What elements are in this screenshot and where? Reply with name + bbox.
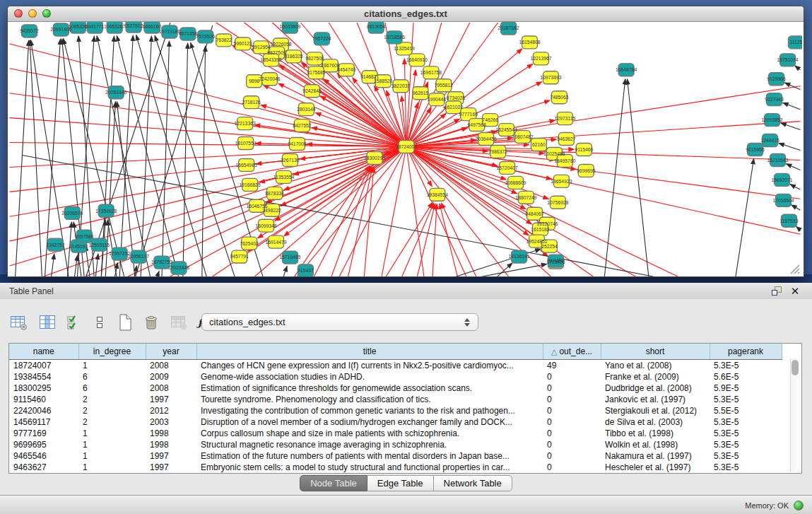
cell-out_degree[interactable]: 0 (543, 439, 601, 450)
cell-short[interactable]: Wolkin et al. (1998) (601, 439, 710, 450)
cell-name[interactable]: 9463627 (9, 462, 78, 473)
table-row[interactable]: 2242004622012Investigating the contribut… (9, 405, 782, 416)
cell-name[interactable]: 9115460 (9, 394, 78, 405)
cell-name[interactable]: 18724007 (9, 360, 78, 372)
cell-short[interactable]: Franke et al. (2009) (601, 371, 710, 382)
cell-year[interactable]: 2008 (146, 382, 196, 394)
close-window-icon[interactable] (14, 9, 23, 18)
table-settings-icon[interactable] (10, 313, 28, 332)
cell-pagerank[interactable]: 5.3E-5 (710, 394, 782, 405)
network-window-titlebar[interactable]: citations_edges.txt (8, 6, 804, 22)
column-header-short[interactable]: short (601, 344, 710, 360)
column-header-name[interactable]: name (9, 344, 78, 360)
cell-pagerank[interactable]: 5.3E-5 (710, 428, 782, 439)
cell-out_degree[interactable]: 0 (543, 428, 601, 439)
cell-name[interactable]: 19384554 (9, 371, 78, 382)
table-row[interactable]: 1872400712008Changes of HCN gene express… (9, 360, 782, 372)
cell-title[interactable]: Genome-wide association studies in ADHD. (196, 371, 543, 382)
cell-in_degree[interactable]: 2 (78, 394, 146, 405)
cell-out_degree[interactable]: 0 (543, 462, 601, 473)
cell-pagerank[interactable]: 5.3E-5 (710, 360, 782, 372)
cell-short[interactable]: Dudbridge et al. (2008) (601, 382, 710, 394)
cell-year[interactable]: 2008 (146, 360, 196, 372)
cell-pagerank[interactable]: 5.3E-5 (710, 450, 782, 462)
cell-name[interactable]: 22420046 (9, 405, 78, 416)
cell-in_degree[interactable]: 6 (78, 371, 146, 382)
cell-pagerank[interactable]: 5.3E-5 (710, 416, 782, 428)
cell-out_degree[interactable]: 0 (543, 450, 601, 462)
cell-in_degree[interactable]: 1 (78, 360, 146, 372)
cell-short[interactable]: Tibbo et al. (1998) (601, 428, 710, 439)
table-row[interactable]: 1456911722003Disruption of a novel membe… (9, 416, 782, 428)
table-row[interactable]: 946362711997Embryonic stem cells: a mode… (9, 462, 782, 473)
cell-year[interactable]: 2003 (146, 416, 196, 428)
cell-in_degree[interactable]: 1 (78, 450, 146, 462)
close-panel-icon[interactable]: ✕ (788, 285, 802, 298)
memory-status-icon[interactable] (794, 501, 804, 510)
table-row[interactable]: 977716911998Corpus callosum shape and si… (9, 428, 782, 439)
cell-short[interactable]: Jankovic et al. (1997) (601, 394, 710, 405)
cell-title[interactable]: Changes of HCN gene expression and I(f) … (196, 360, 543, 372)
cell-short[interactable]: Yano et al. (2008) (601, 360, 710, 372)
table-row[interactable]: 969969511998Structural magnetic resonanc… (9, 439, 782, 450)
resize-grip-icon[interactable] (788, 262, 801, 275)
table-selector-dropdown[interactable]: citations_edges.txt (201, 313, 478, 331)
cell-pagerank[interactable]: 5.6E-5 (710, 371, 782, 382)
cell-year[interactable]: 1997 (146, 450, 196, 462)
cell-out_degree[interactable]: 49 (543, 360, 601, 372)
network-window[interactable]: citations_edges.txt 18724007182260589827… (7, 6, 804, 277)
column-header-year[interactable]: year (146, 344, 196, 360)
tab-node-table[interactable]: Node Table (300, 475, 367, 491)
zoom-window-icon[interactable] (42, 9, 51, 18)
cell-year[interactable]: 1997 (146, 394, 196, 405)
cell-name[interactable]: 18300295 (9, 382, 78, 394)
cell-short[interactable]: Stergiakouli et al. (2012) (601, 405, 710, 416)
cell-in_degree[interactable]: 2 (78, 405, 146, 416)
cell-in_degree[interactable]: 1 (78, 428, 146, 439)
cell-in_degree[interactable]: 1 (78, 439, 146, 450)
cell-in_degree[interactable]: 6 (78, 382, 146, 394)
cell-name[interactable]: 9699695 (9, 439, 78, 450)
cell-year[interactable]: 1998 (146, 428, 196, 439)
select-columns-icon[interactable] (66, 313, 82, 332)
cell-name[interactable]: 9777169 (9, 428, 78, 439)
cell-out_degree[interactable]: 0 (543, 382, 601, 394)
column-header-in_degree[interactable]: in_degree (78, 344, 146, 360)
cell-name[interactable]: 9465546 (9, 450, 78, 462)
cell-in_degree[interactable]: 2 (78, 416, 146, 428)
float-panel-icon[interactable] (770, 285, 784, 298)
cell-year[interactable]: 1997 (146, 462, 196, 473)
tab-edge-table[interactable]: Edge Table (367, 475, 434, 491)
cell-title[interactable]: Corpus callosum shape and size in male p… (196, 428, 543, 439)
cell-pagerank[interactable]: 5.3E-5 (710, 462, 782, 473)
cell-short[interactable]: Nakamura et al. (1997) (601, 450, 710, 462)
cell-title[interactable]: Embryonic stem cells: a model to study s… (196, 462, 543, 473)
table-row[interactable]: 1830029562008Estimation of significance … (9, 382, 782, 394)
cell-year[interactable]: 1998 (146, 439, 196, 450)
cell-short[interactable]: Hescheler et al. (1997) (601, 462, 710, 473)
cell-pagerank[interactable]: 5.9E-5 (710, 382, 782, 394)
cell-out_degree[interactable]: 0 (543, 394, 601, 405)
cell-pagerank[interactable]: 5.3E-5 (710, 439, 782, 450)
import-table-icon[interactable] (170, 313, 188, 332)
cell-title[interactable]: Structural magnetic resonance image aver… (196, 439, 543, 450)
cell-year[interactable]: 2012 (146, 405, 196, 416)
cell-year[interactable]: 2009 (146, 371, 196, 382)
cell-title[interactable]: Disruption of a novel member of a sodium… (196, 416, 543, 428)
cell-short[interactable]: de Silva et al. (2003) (601, 416, 710, 428)
table-row[interactable]: 946554611997Estimation of the future num… (9, 450, 782, 462)
table-row[interactable]: 911546021997Tourette syndrome. Phenomeno… (9, 394, 782, 405)
cell-out_degree[interactable]: 0 (543, 405, 601, 416)
cell-title[interactable]: Estimation of significance thresholds fo… (196, 382, 543, 394)
minimize-window-icon[interactable] (28, 9, 37, 18)
row-height-icon[interactable] (92, 313, 107, 332)
cell-title[interactable]: Tourette syndrome. Phenomenology and cla… (196, 394, 543, 405)
cell-out_degree[interactable]: 0 (543, 371, 601, 382)
table-row[interactable]: 1938455462009Genome-wide association stu… (9, 371, 782, 382)
column-header-title[interactable]: title (196, 344, 543, 360)
tab-network-table[interactable]: Network Table (434, 475, 512, 491)
cell-pagerank[interactable]: 5.5E-5 (710, 405, 782, 416)
delete-table-icon[interactable] (143, 313, 160, 332)
cell-name[interactable]: 14569117 (9, 416, 78, 428)
column-header-out_degree[interactable]: △out_de... (543, 344, 601, 360)
